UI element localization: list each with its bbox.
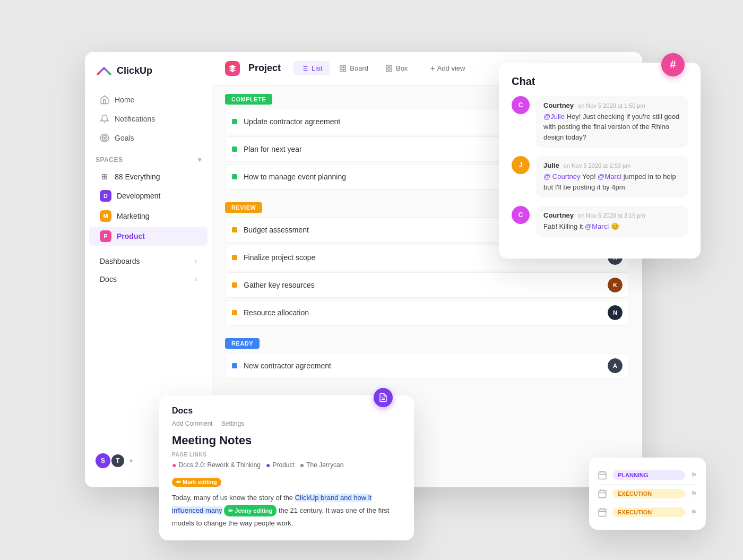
svg-point-1 <box>102 135 107 140</box>
task-dot <box>232 255 237 260</box>
sprint-flag-icon: ⚑ <box>690 489 697 498</box>
list-icon <box>301 65 308 72</box>
goals-label: Goals <box>115 134 134 142</box>
board-icon <box>339 65 347 72</box>
dashboards-chevron[interactable]: › <box>195 257 197 265</box>
add-view-plus: + <box>430 64 435 73</box>
logo-area: ClickUp <box>85 63 212 90</box>
spaces-header: Spaces ▾ <box>85 148 212 168</box>
sprint-tag-execution: EXECUTION <box>612 507 685 517</box>
task-name: New contractor agreement <box>244 361 608 370</box>
task-dot <box>232 310 237 315</box>
docs-panel: Docs Add Comment Settings Meeting Notes … <box>159 395 414 540</box>
chat-avatar-courtney2: C <box>512 206 530 224</box>
task-dot <box>232 147 237 152</box>
chat-title: Chat <box>512 75 688 88</box>
sidebar-item-docs[interactable]: Docs › <box>89 271 208 288</box>
section-label-ready: Ready <box>225 338 260 349</box>
chat-message-1: C Courtney on Nov 5 2020 at 1:50 pm @Jul… <box>512 96 688 148</box>
sprint-row-2: EXECUTION ⚑ <box>598 485 697 503</box>
table-row[interactable]: Resource allocation N <box>225 300 629 325</box>
chat-author: Courtney <box>543 101 574 109</box>
calendar-icon <box>598 489 607 498</box>
development-badge: D <box>100 190 111 202</box>
view-tab-list[interactable]: List <box>293 61 330 75</box>
sidebar-item-home[interactable]: Home <box>89 91 208 109</box>
svg-rect-31 <box>599 509 606 516</box>
task-dot <box>232 227 237 232</box>
sidebar-item-development[interactable]: D Development <box>89 186 208 205</box>
chat-text: Fab! Killing it @Marci 😊 <box>543 221 680 232</box>
chat-time: on Nov 5 2020 at 1:50 pm <box>578 102 645 109</box>
everything-count: 88 Everything <box>115 173 160 181</box>
sidebar-item-product[interactable]: P Product <box>89 227 208 246</box>
section-label-complete: Complete <box>225 94 272 105</box>
chat-avatar-courtney: C <box>512 96 530 114</box>
spaces-label: Spaces <box>96 156 123 163</box>
view-tabs: List Board Box <box>293 61 415 75</box>
docs-chevron[interactable]: › <box>195 275 197 283</box>
page-links: ● Docs 2.0: Rework & Thinking ● Product … <box>172 461 401 469</box>
task-dot <box>232 363 237 368</box>
project-icon <box>225 61 240 76</box>
docs-panel-title: Docs <box>172 406 401 416</box>
svg-rect-20 <box>390 69 392 71</box>
chat-author: Courtney <box>543 211 574 219</box>
svg-point-2 <box>104 137 106 139</box>
page-links-label: PAGE LINKS <box>172 452 401 458</box>
svg-rect-23 <box>599 472 606 479</box>
mention: @Marci <box>585 222 609 230</box>
sprint-panel: PLANNING ⚑ EXECUTION ⚑ EXECUTION ⚑ <box>589 458 706 530</box>
page-link-label: The Jerrycan <box>306 461 343 469</box>
section-ready: Ready New contractor agreement A <box>225 338 629 378</box>
product-label: Product <box>117 232 145 240</box>
sprint-tag-execution: EXECUTION <box>612 489 685 498</box>
docs-fab-icon[interactable] <box>374 388 393 407</box>
sidebar-item-marketing[interactable]: M Marketing <box>89 206 208 226</box>
table-row[interactable]: Gather key resources K <box>225 272 629 298</box>
page-link-3[interactable]: ● The Jerrycan <box>300 461 344 469</box>
page-link-dot: ● <box>300 461 304 469</box>
assignee-avatar: K <box>608 278 623 292</box>
sidebar-item-everything[interactable]: 88 Everything <box>89 168 208 185</box>
table-row[interactable]: New contractor agreement A <box>225 353 629 378</box>
goals-icon <box>100 133 109 143</box>
spaces-chevron[interactable]: ▾ <box>198 156 202 163</box>
add-view-button[interactable]: + Add view <box>424 61 471 76</box>
chat-bubble: Courtney on Nov 5 2020 at 1:50 pm @Julie… <box>536 96 688 148</box>
view-tab-box[interactable]: Box <box>378 61 415 75</box>
clickup-logo-icon <box>96 63 113 80</box>
sprint-flag-icon: ⚑ <box>690 508 697 516</box>
page-link-1[interactable]: ● Docs 2.0: Rework & Thinking <box>172 461 261 469</box>
view-tab-board[interactable]: Board <box>332 61 376 75</box>
sidebar-item-dashboards[interactable]: Dashboards › <box>89 253 208 270</box>
task-name: Resource allocation <box>244 308 608 317</box>
sidebar-item-goals[interactable]: Goals <box>89 129 208 147</box>
chat-hash-button[interactable]: # <box>661 53 685 76</box>
chat-bubble: Julie on Nov 5 2020 at 2:50 pm @ Courtne… <box>536 156 688 197</box>
svg-rect-16 <box>340 69 342 71</box>
project-icon-svg <box>228 64 237 73</box>
add-comment-button[interactable]: Add Comment <box>172 420 213 427</box>
assignee-avatar: N <box>608 305 623 320</box>
project-title: Project <box>248 63 281 74</box>
svg-point-6 <box>105 177 107 179</box>
page-link-2[interactable]: ● Product <box>266 461 295 469</box>
home-icon <box>100 95 109 105</box>
svg-rect-14 <box>343 65 345 67</box>
page-link-dot: ● <box>266 461 270 469</box>
svg-rect-18 <box>390 65 392 67</box>
bell-icon <box>100 114 109 124</box>
mark-editing-badge: ✏ Mark editing <box>172 478 221 487</box>
product-badge: P <box>100 230 111 242</box>
chat-time: on Nov 5 2020 at 3:15 pm <box>578 212 645 219</box>
chat-time: on Nov 5 2020 at 2:50 pm <box>564 162 631 169</box>
page-link-label: Docs 2.0: Rework & Thinking <box>178 461 261 469</box>
calendar-icon <box>598 507 607 517</box>
sidebar-item-notifications[interactable]: Notifications <box>89 110 208 128</box>
task-name: Gather key resources <box>244 281 608 289</box>
jenny-editing-badge: ✏ Jenny editing <box>224 505 277 517</box>
docs-actions: Add Comment Settings <box>172 420 401 427</box>
settings-button[interactable]: Settings <box>221 420 244 427</box>
avatar-img: N <box>608 305 623 320</box>
